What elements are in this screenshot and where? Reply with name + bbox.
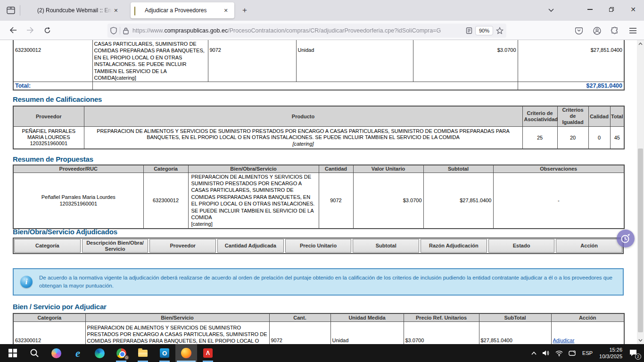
por-adjudicar-table: Categoría Bien/Servicio Cant. Unidad Med… — [13, 313, 625, 344]
reader-mode-icon[interactable] — [466, 27, 472, 34]
url-bar[interactable]: https://www.compraspublicas.gob.ec/Proce… — [107, 24, 506, 38]
firefox-icon — [181, 348, 191, 358]
bien-obra-servicio-cell: PREPARACION DE ALIMENTOS Y SERVICIOS DE … — [188, 173, 319, 229]
tab-close-icon[interactable]: ✕ — [112, 6, 120, 15]
taskbar-ie-button[interactable]: e — [67, 344, 89, 362]
column-header: Calidad — [588, 106, 610, 126]
toolbar-right-icons — [569, 24, 640, 38]
extensions-puzzle-icon[interactable] — [607, 24, 622, 38]
list-all-tabs-chevron-icon[interactable] — [548, 6, 554, 14]
vertical-scrollbar[interactable] — [637, 40, 644, 344]
column-header: Acción — [551, 313, 624, 321]
close-button[interactable]: ✕ — [622, 0, 644, 19]
copilot-icon — [51, 348, 61, 358]
taskbar-edge-button[interactable] — [89, 344, 110, 362]
date-label: 10/3/2025 — [599, 353, 622, 360]
floating-timer-widget[interactable] — [617, 230, 635, 247]
tray-chevron-up-icon[interactable] — [528, 344, 539, 362]
total-label: Total: — [13, 82, 92, 90]
column-header: Cantidad Adjudicada — [217, 239, 284, 253]
column-header: Criterio de Asociatividad — [522, 106, 557, 126]
section-title-propuestas: Resumen de Propuestas — [13, 155, 93, 163]
bookmark-star-icon[interactable] — [496, 27, 504, 34]
forward-button[interactable] — [23, 23, 38, 37]
tab-close-icon[interactable]: ✕ — [221, 6, 231, 15]
language-indicator[interactable]: ESP — [579, 344, 595, 362]
url-text: https://www.compraspublicas.gob.ec/Proce… — [132, 27, 466, 34]
item-unidad-cell: Unidad — [296, 40, 413, 82]
outlook-icon: O — [160, 348, 169, 358]
volume-icon[interactable] — [539, 344, 553, 362]
categoria-cell: 632300012 — [13, 321, 85, 344]
roundcube-favicon-icon — [27, 7, 34, 14]
internet-explorer-icon: e — [75, 348, 80, 359]
table-row: 632300012 PREPARACION DE ALIMENTOS Y SER… — [13, 321, 624, 344]
minimize-button[interactable] — [579, 0, 601, 19]
total-spacer-cell — [92, 82, 518, 90]
taskbar-copilot-button[interactable] — [45, 344, 67, 362]
tab-bar: (2) Roundcube Webmail :: Entra ✕ Adjudic… — [0, 0, 644, 21]
tab-title: (2) Roundcube Webmail :: Entra — [37, 7, 112, 14]
tracking-shield-icon[interactable] — [110, 27, 117, 34]
column-header: Valor Unitario — [353, 165, 423, 173]
windows-taskbar: e G O Λ ESP 15:2610/3/2025 2 — [0, 344, 644, 362]
tab-title: Adjudicar a Proveedores — [145, 7, 206, 14]
column-header: SubTotal — [479, 313, 551, 321]
adjudicar-link[interactable]: Adjudicar — [553, 337, 575, 343]
producto-cell: PREPARACION DE ALIMENTOS Y SERVICIOS DE … — [84, 126, 522, 149]
column-header: Bien/Obra/Servicio — [188, 165, 319, 173]
scroll-down-arrow-icon[interactable] — [637, 337, 644, 344]
taskbar-acrobat-button[interactable]: Λ — [197, 344, 219, 362]
taskbar-search-button[interactable] — [24, 344, 45, 362]
scrollbar-thumb[interactable] — [638, 148, 643, 332]
taskbar-outlook-button[interactable]: O — [154, 344, 175, 362]
column-header: Proveedor/RUC — [13, 165, 143, 173]
proveedor-cell: PEÑAFIEL PARRALES MARIA LOURDES120325196… — [13, 126, 84, 149]
total-value: $27,851.0400 — [518, 82, 624, 90]
subtotal-cell: $27,851.0400 — [423, 173, 493, 229]
cantidad-cell: 9072 — [319, 173, 353, 229]
lock-icon[interactable] — [123, 27, 129, 34]
taskbar-chrome-button[interactable]: G — [110, 344, 132, 362]
tab-roundcube[interactable]: (2) Roundcube Webmail :: Entra ✕ — [23, 2, 124, 18]
section-title-adjudicados: Bien/Obra/Servicio Adjudicados — [13, 228, 117, 236]
cantidad-cell: 9072 — [269, 321, 330, 344]
scroll-up-arrow-icon[interactable] — [637, 40, 644, 48]
column-header: Proveedor — [149, 239, 216, 253]
search-icon — [30, 348, 39, 358]
pocket-icon[interactable] — [571, 24, 586, 38]
menu-hamburger-icon[interactable] — [625, 24, 640, 38]
meet-now-camera-icon[interactable] — [566, 344, 579, 362]
back-button[interactable] — [6, 23, 21, 37]
browser-window: (2) Roundcube Webmail :: Entra ✕ Adjudic… — [0, 0, 644, 362]
wifi-icon[interactable] — [553, 344, 566, 362]
bien-servicio-cell: PREPARACION DE ALIMENTOS Y SERVICIOS DE … — [85, 321, 269, 344]
table-row: PEÑAFIEL PARRALES MARIA LOURDES120325196… — [13, 126, 624, 149]
column-header: Criterios de Igualdad — [557, 106, 588, 126]
zoom-level-chip[interactable]: 90% — [475, 26, 493, 35]
column-header: Categoría — [13, 313, 85, 321]
item-descripcion-cell: CASAS PARTICULARES, SUMINISTRO DE COMIDA… — [92, 40, 208, 82]
items-table: 632300012 CASAS PARTICULARES, SUMINISTRO… — [13, 40, 625, 90]
subtotal-cell: $27,851.0400 — [479, 321, 551, 344]
notification-center-button[interactable]: 2 — [626, 344, 640, 362]
column-header: Razón Adjudicación — [421, 239, 487, 253]
tab-adjudicar[interactable]: Adjudicar a Proveedores ✕ — [131, 2, 234, 18]
categoria-cell: 632300012 — [143, 173, 188, 229]
precio-ref-cell: $3.0700 — [404, 321, 479, 344]
new-tab-button[interactable]: + — [238, 4, 251, 17]
taskbar-explorer-button[interactable] — [132, 344, 154, 362]
accion-cell: Adjudicar — [551, 321, 624, 344]
start-button[interactable] — [2, 344, 24, 362]
item-precio-cell: $3.0700 — [413, 40, 518, 82]
restore-button[interactable] — [601, 0, 622, 19]
column-header: Precio Ref. Unitarios — [404, 313, 479, 321]
clock[interactable]: 15:2610/3/2025 — [595, 346, 626, 360]
column-header: Subtotal — [423, 165, 493, 173]
firefox-view-button[interactable] — [4, 4, 18, 17]
chrome-profile-badge: G — [124, 355, 129, 360]
account-icon[interactable] — [589, 24, 604, 38]
firefox-view-icon — [7, 7, 15, 14]
taskbar-firefox-button[interactable] — [175, 344, 197, 362]
reload-button[interactable] — [40, 23, 55, 37]
